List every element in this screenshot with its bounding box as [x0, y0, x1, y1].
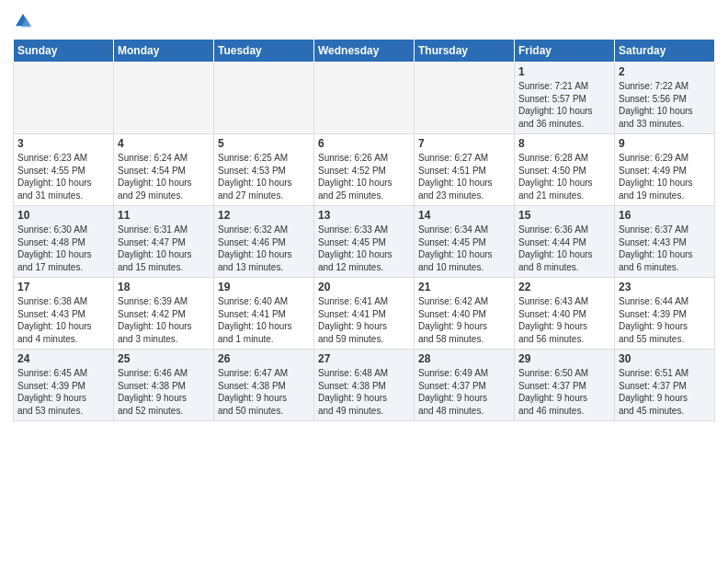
calendar-cell: 4Sunrise: 6:24 AM Sunset: 4:54 PM Daylig…: [114, 134, 214, 206]
day-number: 8: [518, 137, 610, 150]
day-number: 28: [418, 352, 510, 365]
day-number: 29: [518, 352, 610, 365]
col-header-monday: Monday: [114, 40, 214, 63]
day-info: Sunrise: 6:41 AM Sunset: 4:41 PM Dayligh…: [318, 296, 388, 344]
calendar-cell: 21Sunrise: 6:42 AM Sunset: 4:40 PM Dayli…: [415, 278, 515, 350]
calendar-cell: 1Sunrise: 7:21 AM Sunset: 5:57 PM Daylig…: [515, 63, 615, 134]
calendar-cell: 14Sunrise: 6:34 AM Sunset: 4:45 PM Dayli…: [415, 206, 515, 278]
day-info: Sunrise: 6:49 AM Sunset: 4:37 PM Dayligh…: [418, 368, 488, 416]
day-info: Sunrise: 6:47 AM Sunset: 4:38 PM Dayligh…: [218, 368, 288, 416]
calendar-cell: [314, 63, 415, 134]
col-header-saturday: Saturday: [615, 40, 715, 63]
day-number: 26: [218, 352, 310, 365]
day-info: Sunrise: 6:31 AM Sunset: 4:47 PM Dayligh…: [118, 224, 192, 272]
day-number: 23: [619, 281, 711, 293]
day-info: Sunrise: 6:40 AM Sunset: 4:41 PM Dayligh…: [218, 296, 292, 344]
day-info: Sunrise: 6:45 AM Sunset: 4:39 PM Dayligh…: [17, 368, 87, 416]
week-row-4: 24Sunrise: 6:45 AM Sunset: 4:39 PM Dayli…: [14, 350, 715, 421]
calendar-cell: 16Sunrise: 6:37 AM Sunset: 4:43 PM Dayli…: [615, 206, 715, 278]
col-header-wednesday: Wednesday: [314, 40, 415, 63]
day-info: Sunrise: 6:39 AM Sunset: 4:42 PM Dayligh…: [118, 296, 192, 344]
day-info: Sunrise: 6:34 AM Sunset: 4:45 PM Dayligh…: [418, 224, 493, 272]
day-number: 12: [218, 209, 310, 222]
col-header-sunday: Sunday: [14, 40, 114, 63]
day-number: 30: [619, 352, 711, 365]
day-info: Sunrise: 6:44 AM Sunset: 4:39 PM Dayligh…: [619, 296, 688, 344]
calendar-cell: 10Sunrise: 6:30 AM Sunset: 4:48 PM Dayli…: [14, 206, 114, 278]
day-info: Sunrise: 6:27 AM Sunset: 4:51 PM Dayligh…: [418, 153, 493, 201]
day-info: Sunrise: 6:46 AM Sunset: 4:38 PM Dayligh…: [118, 368, 188, 416]
calendar-cell: 7Sunrise: 6:27 AM Sunset: 4:51 PM Daylig…: [415, 134, 515, 206]
day-info: Sunrise: 6:29 AM Sunset: 4:49 PM Dayligh…: [619, 153, 693, 201]
calendar-cell: 27Sunrise: 6:48 AM Sunset: 4:38 PM Dayli…: [314, 350, 415, 421]
day-number: 13: [318, 209, 410, 222]
day-info: Sunrise: 6:48 AM Sunset: 4:38 PM Dayligh…: [318, 368, 388, 416]
page: SundayMondayTuesdayWednesdayThursdayFrid…: [0, 0, 728, 563]
col-header-tuesday: Tuesday: [214, 40, 314, 63]
day-number: 9: [619, 137, 711, 150]
day-number: 24: [17, 352, 109, 365]
calendar-cell: 22Sunrise: 6:43 AM Sunset: 4:40 PM Dayli…: [515, 278, 615, 350]
day-info: Sunrise: 6:23 AM Sunset: 4:55 PM Dayligh…: [17, 153, 92, 201]
day-info: Sunrise: 6:33 AM Sunset: 4:45 PM Dayligh…: [318, 224, 392, 272]
day-info: Sunrise: 6:26 AM Sunset: 4:52 PM Dayligh…: [318, 153, 392, 201]
calendar-header-row: SundayMondayTuesdayWednesdayThursdayFrid…: [14, 40, 715, 63]
day-number: 14: [418, 209, 510, 222]
calendar-cell: 20Sunrise: 6:41 AM Sunset: 4:41 PM Dayli…: [314, 278, 415, 350]
week-row-0: 1Sunrise: 7:21 AM Sunset: 5:57 PM Daylig…: [14, 63, 715, 134]
day-info: Sunrise: 6:38 AM Sunset: 4:43 PM Dayligh…: [17, 296, 92, 344]
day-info: Sunrise: 6:32 AM Sunset: 4:46 PM Dayligh…: [218, 224, 292, 272]
calendar-cell: 28Sunrise: 6:49 AM Sunset: 4:37 PM Dayli…: [415, 350, 515, 421]
day-number: 15: [518, 209, 610, 222]
day-number: 20: [318, 281, 410, 293]
day-number: 22: [518, 281, 610, 293]
calendar-cell: 18Sunrise: 6:39 AM Sunset: 4:42 PM Dayli…: [114, 278, 214, 350]
day-info: Sunrise: 6:43 AM Sunset: 4:40 PM Dayligh…: [518, 296, 588, 344]
day-number: 1: [518, 65, 610, 78]
day-info: Sunrise: 6:25 AM Sunset: 4:53 PM Dayligh…: [218, 153, 292, 201]
day-info: Sunrise: 6:42 AM Sunset: 4:40 PM Dayligh…: [418, 296, 488, 344]
calendar-cell: 29Sunrise: 6:50 AM Sunset: 4:37 PM Dayli…: [515, 350, 615, 421]
day-number: 21: [418, 281, 510, 293]
day-number: 2: [619, 65, 711, 78]
day-number: 25: [118, 352, 210, 365]
day-number: 16: [619, 209, 711, 222]
logo-icon: [13, 11, 33, 31]
day-number: 10: [17, 209, 109, 222]
day-info: Sunrise: 6:36 AM Sunset: 4:44 PM Dayligh…: [518, 224, 593, 272]
calendar-cell: 12Sunrise: 6:32 AM Sunset: 4:46 PM Dayli…: [214, 206, 314, 278]
calendar-cell: 11Sunrise: 6:31 AM Sunset: 4:47 PM Dayli…: [114, 206, 214, 278]
calendar-cell: 5Sunrise: 6:25 AM Sunset: 4:53 PM Daylig…: [214, 134, 314, 206]
day-info: Sunrise: 6:51 AM Sunset: 4:37 PM Dayligh…: [619, 368, 688, 416]
day-number: 6: [318, 137, 410, 150]
day-info: Sunrise: 6:50 AM Sunset: 4:37 PM Dayligh…: [518, 368, 588, 416]
calendar-cell: 3Sunrise: 6:23 AM Sunset: 4:55 PM Daylig…: [14, 134, 114, 206]
calendar-cell: 8Sunrise: 6:28 AM Sunset: 4:50 PM Daylig…: [515, 134, 615, 206]
calendar-cell: 25Sunrise: 6:46 AM Sunset: 4:38 PM Dayli…: [114, 350, 214, 421]
col-header-friday: Friday: [515, 40, 615, 63]
header: [13, 11, 715, 31]
day-info: Sunrise: 6:30 AM Sunset: 4:48 PM Dayligh…: [17, 224, 92, 272]
day-info: Sunrise: 6:24 AM Sunset: 4:54 PM Dayligh…: [118, 153, 192, 201]
calendar-cell: 23Sunrise: 6:44 AM Sunset: 4:39 PM Dayli…: [615, 278, 715, 350]
day-info: Sunrise: 6:28 AM Sunset: 4:50 PM Dayligh…: [518, 153, 593, 201]
calendar-cell: 6Sunrise: 6:26 AM Sunset: 4:52 PM Daylig…: [314, 134, 415, 206]
calendar-cell: 9Sunrise: 6:29 AM Sunset: 4:49 PM Daylig…: [615, 134, 715, 206]
calendar-cell: 13Sunrise: 6:33 AM Sunset: 4:45 PM Dayli…: [314, 206, 415, 278]
logo: [13, 11, 35, 31]
calendar-cell: 26Sunrise: 6:47 AM Sunset: 4:38 PM Dayli…: [214, 350, 314, 421]
week-row-3: 17Sunrise: 6:38 AM Sunset: 4:43 PM Dayli…: [14, 278, 715, 350]
col-header-thursday: Thursday: [415, 40, 515, 63]
day-number: 7: [418, 137, 510, 150]
week-row-1: 3Sunrise: 6:23 AM Sunset: 4:55 PM Daylig…: [14, 134, 715, 206]
calendar-cell: 30Sunrise: 6:51 AM Sunset: 4:37 PM Dayli…: [615, 350, 715, 421]
calendar-cell: 19Sunrise: 6:40 AM Sunset: 4:41 PM Dayli…: [214, 278, 314, 350]
calendar-cell: 2Sunrise: 7:22 AM Sunset: 5:56 PM Daylig…: [615, 63, 715, 134]
day-number: 3: [17, 137, 109, 150]
calendar-cell: [14, 63, 114, 134]
day-info: Sunrise: 7:21 AM Sunset: 5:57 PM Dayligh…: [518, 81, 593, 129]
day-number: 11: [118, 209, 210, 222]
day-number: 4: [118, 137, 210, 150]
calendar-cell: [415, 63, 515, 134]
calendar-cell: 24Sunrise: 6:45 AM Sunset: 4:39 PM Dayli…: [14, 350, 114, 421]
